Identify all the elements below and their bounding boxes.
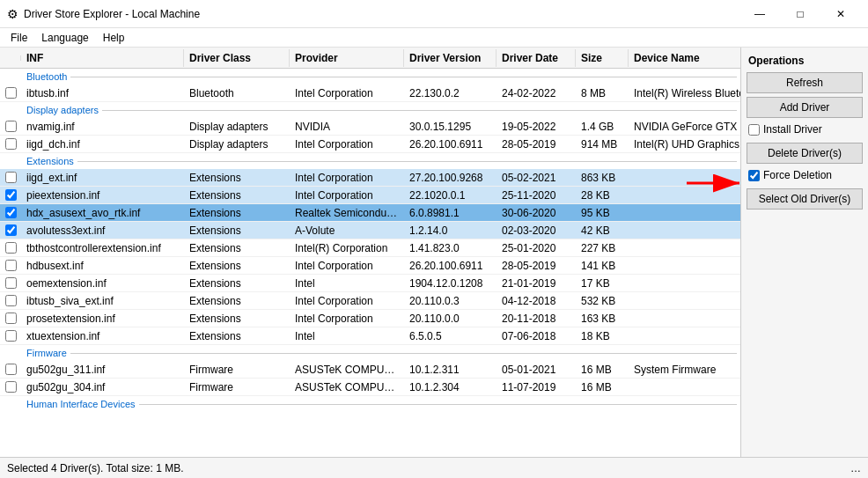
table-row[interactable]: nvamig.inf Display adapters NVIDIA 30.0.… — [0, 118, 740, 136]
row-class: Extensions — [184, 188, 290, 203]
row-size: 16 MB — [576, 362, 629, 378]
table-row[interactable]: pieextension.inf Extensions Intel Corpor… — [0, 187, 740, 204]
row-checkbox-cell[interactable] — [0, 311, 21, 326]
header-version[interactable]: Driver Version — [404, 49, 497, 67]
delete-driver-button[interactable]: Delete Driver(s) — [747, 143, 863, 164]
row-checkbox[interactable] — [5, 207, 17, 218]
row-checkbox[interactable] — [5, 260, 17, 271]
header-size[interactable]: Size — [576, 49, 629, 67]
header-device[interactable]: Device Name — [629, 49, 740, 67]
row-checkbox[interactable] — [5, 330, 17, 342]
row-checkbox-cell[interactable] — [0, 293, 21, 308]
row-inf: prosetextension.inf — [21, 311, 184, 327]
header-date[interactable]: Driver Date — [497, 49, 576, 67]
table-row[interactable]: hdx_asusext_avo_rtk.inf Extensions Realt… — [0, 204, 740, 222]
row-date: 28-05-2019 — [497, 136, 576, 152]
row-checkbox-cell[interactable] — [0, 362, 21, 377]
row-version: 26.20.100.6911 — [404, 258, 497, 274]
table-row[interactable]: oemextension.inf Extensions Intel 1904.1… — [0, 275, 740, 292]
row-checkbox-cell[interactable] — [0, 205, 21, 220]
header-provider[interactable]: Provider — [290, 49, 404, 67]
table-row[interactable]: iigd_dch.inf Display adapters Intel Corp… — [0, 136, 740, 153]
row-checkbox[interactable] — [5, 172, 17, 183]
row-device — [629, 317, 740, 320]
row-checkbox-cell[interactable] — [0, 276, 21, 290]
force-deletion-checkbox[interactable] — [748, 170, 760, 181]
row-checkbox[interactable] — [5, 295, 17, 306]
row-checkbox[interactable] — [5, 313, 17, 324]
row-date: 21-01-2019 — [497, 276, 576, 291]
table-row[interactable]: tbthostcontrollerextension.inf Extension… — [0, 239, 740, 257]
row-device — [629, 386, 740, 389]
row-checkbox-cell[interactable] — [0, 379, 21, 394]
category-label: Display adapters — [21, 105, 99, 115]
table-body[interactable]: Bluetooth ibtusb.inf Bluetooth Intel Cor… — [0, 69, 740, 457]
row-checkbox-cell[interactable] — [0, 119, 21, 134]
row-device — [629, 194, 740, 197]
row-checkbox[interactable] — [5, 224, 17, 236]
row-provider: Intel Corporation — [290, 136, 404, 152]
table-row[interactable]: hdbusext.inf Extensions Intel Corporatio… — [0, 257, 740, 275]
refresh-button[interactable]: Refresh — [747, 72, 863, 93]
select-old-drivers-button[interactable]: Select Old Driver(s) — [747, 188, 863, 210]
row-device — [629, 211, 740, 215]
row-device: NVIDIA GeForce GTX 1660… — [629, 119, 740, 135]
header-inf[interactable]: INF — [21, 49, 184, 67]
table-row[interactable]: ibtusb_siva_ext.inf Extensions Intel Cor… — [0, 292, 740, 310]
row-checkbox-cell[interactable] — [0, 328, 21, 343]
row-checkbox[interactable] — [5, 189, 17, 201]
row-checkbox-cell[interactable] — [0, 240, 21, 255]
row-checkbox-cell[interactable] — [0, 85, 21, 100]
table-row[interactable]: avolutess3ext.inf Extensions A-Volute 1.… — [0, 222, 740, 239]
table-row[interactable]: ibtusb.inf Bluetooth Intel Corporation 2… — [0, 85, 740, 102]
add-driver-button[interactable]: Add Driver — [747, 97, 863, 118]
minimize-button[interactable]: — — [739, 0, 780, 28]
category-divider — [102, 110, 737, 111]
row-version: 1904.12.0.1208 — [404, 276, 497, 291]
row-checkbox[interactable] — [5, 121, 17, 132]
install-driver-checkbox[interactable] — [748, 124, 760, 136]
row-checkbox[interactable] — [5, 87, 17, 99]
row-checkbox-cell[interactable] — [0, 136, 21, 151]
table-row[interactable]: iigd_ext.inf Extensions Intel Corporatio… — [0, 169, 740, 187]
maximize-button[interactable]: □ — [780, 0, 820, 28]
table-row[interactable]: gu502gu_311.inf Firmware ASUSTeK COMPUTE… — [0, 361, 740, 379]
menu-file[interactable]: File — [4, 30, 34, 46]
row-device — [629, 176, 740, 180]
row-inf: nvamig.inf — [21, 119, 184, 135]
row-checkbox-cell[interactable] — [0, 170, 21, 185]
operations-panel: Operations Refresh Add Driver Install Dr… — [740, 48, 868, 457]
row-inf: pieextension.inf — [21, 188, 184, 203]
row-checkbox[interactable] — [5, 138, 17, 150]
row-checkbox-cell[interactable] — [0, 188, 21, 202]
header-checkbox-col — [0, 55, 21, 61]
table-row[interactable]: prosetextension.inf Extensions Intel Cor… — [0, 310, 740, 327]
menu-language[interactable]: Language — [34, 30, 95, 46]
category-label: Extensions — [21, 156, 74, 166]
row-checkbox[interactable] — [5, 381, 17, 393]
row-class: Extensions — [184, 276, 290, 291]
row-device — [629, 264, 740, 268]
category-label: Firmware — [21, 348, 67, 358]
row-version: 20.110.0.0 — [404, 311, 497, 327]
row-class: Firmware — [184, 362, 290, 378]
row-inf: gu502gu_311.inf — [21, 362, 184, 378]
row-checkbox[interactable] — [5, 364, 17, 375]
category-divider — [70, 77, 737, 77]
row-inf: ibtusb_siva_ext.inf — [21, 293, 184, 309]
menu-help[interactable]: Help — [96, 30, 132, 46]
row-size: 141 KB — [576, 258, 629, 274]
row-checkbox-cell[interactable] — [0, 223, 21, 238]
table-row[interactable]: gu502gu_304.inf Firmware ASUSTeK COMPUTE… — [0, 379, 740, 396]
row-provider: Intel Corporation — [290, 311, 404, 327]
category-row: Display adapters — [0, 102, 740, 118]
category-divider — [70, 353, 737, 354]
row-size: 163 KB — [576, 311, 629, 327]
table-row[interactable]: xtuextension.inf Extensions Intel 6.5.0.… — [0, 327, 740, 345]
row-checkbox[interactable] — [5, 277, 17, 289]
row-checkbox[interactable] — [5, 242, 17, 254]
header-class[interactable]: Driver Class — [184, 49, 290, 67]
row-checkbox-cell[interactable] — [0, 258, 21, 273]
row-version: 10.1.2.304 — [404, 379, 497, 395]
close-button[interactable]: ✕ — [820, 0, 861, 28]
